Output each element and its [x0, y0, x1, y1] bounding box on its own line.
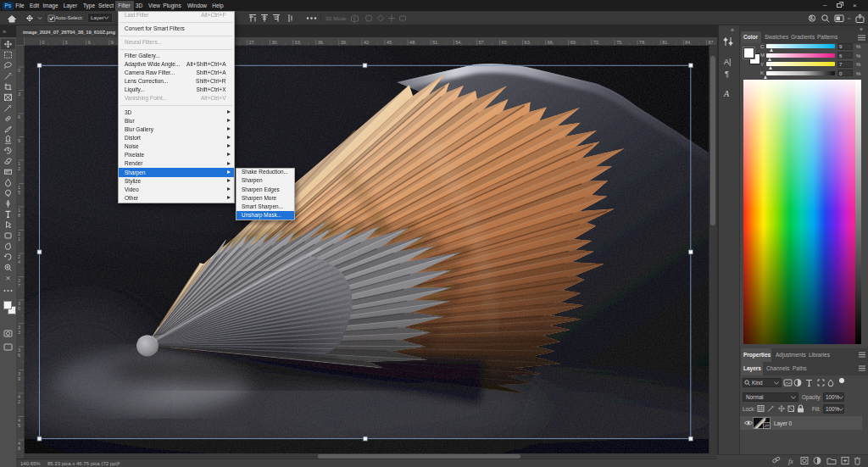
svg-text:36: 36: [318, 40, 323, 45]
svg-text:45: 45: [387, 40, 392, 45]
svg-text:87: 87: [708, 40, 713, 45]
svg-text:3D Mode:: 3D Mode:: [326, 16, 348, 21]
svg-text:0: 0: [18, 68, 20, 73]
svg-text:8: 8: [18, 446, 20, 451]
svg-text:7: 7: [18, 283, 20, 288]
svg-text:5: 5: [18, 190, 20, 195]
svg-text:A|: A|: [724, 58, 731, 66]
svg-text:75: 75: [616, 40, 621, 45]
svg-text:39: 39: [341, 40, 346, 45]
svg-text:8: 8: [18, 213, 20, 218]
svg-text:5: 5: [18, 423, 20, 428]
svg-text:4: 4: [18, 259, 20, 264]
svg-text:¶: ¶: [725, 69, 729, 78]
svg-text:27: 27: [248, 40, 253, 45]
svg-text:69: 69: [570, 40, 576, 45]
svg-text:6: 6: [18, 114, 20, 120]
svg-text:3: 3: [65, 40, 68, 45]
svg-text:2: 2: [18, 166, 20, 171]
svg-text:81: 81: [662, 40, 667, 45]
svg-text:66: 66: [548, 40, 553, 45]
svg-text:fx: fx: [788, 458, 793, 465]
svg-text:60: 60: [502, 40, 507, 45]
svg-text:57: 57: [478, 40, 483, 45]
svg-text:51: 51: [432, 40, 437, 45]
svg-text:1: 1: [18, 236, 20, 242]
svg-text:6: 6: [88, 40, 91, 45]
svg-text:9: 9: [18, 376, 20, 381]
svg-text:0: 0: [18, 306, 20, 311]
svg-text:0: 0: [42, 40, 45, 45]
svg-text:42: 42: [364, 40, 369, 45]
svg-text:72: 72: [593, 40, 598, 45]
svg-text:6: 6: [18, 353, 20, 358]
svg-text:84: 84: [685, 40, 690, 45]
svg-text:A: A: [723, 89, 730, 98]
svg-text:63: 63: [525, 40, 530, 45]
svg-text:3: 3: [18, 92, 20, 97]
svg-text:2: 2: [18, 399, 20, 404]
svg-text:54: 54: [455, 40, 460, 45]
svg-text:78: 78: [639, 40, 644, 45]
svg-text:9: 9: [18, 138, 20, 143]
svg-text:48: 48: [409, 40, 415, 45]
svg-text:9: 9: [111, 40, 114, 45]
svg-text:30: 30: [272, 40, 277, 45]
svg-text:3: 3: [18, 330, 20, 335]
svg-text:33: 33: [295, 40, 300, 45]
